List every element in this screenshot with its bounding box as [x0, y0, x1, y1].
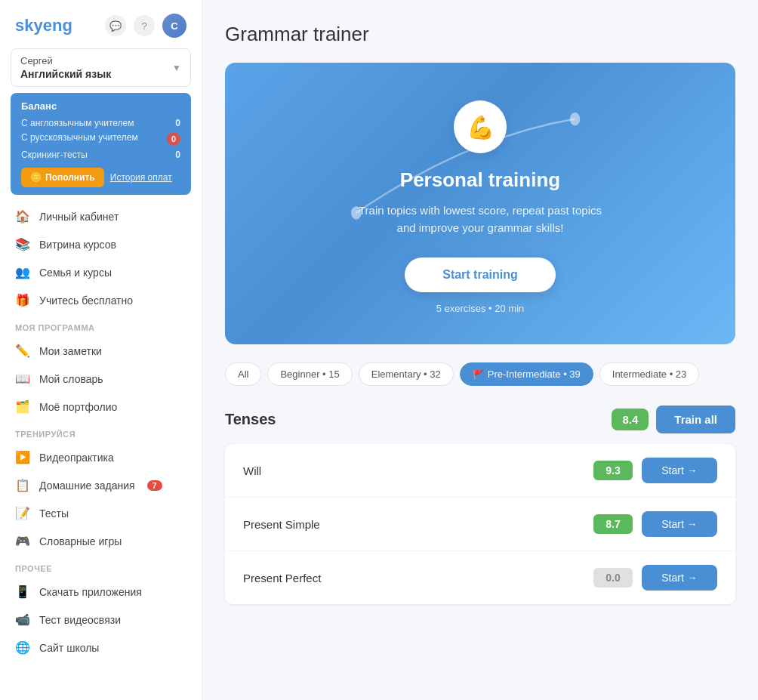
my-program-nav: ✏️ Мои заметки 📖 Мой словарь 🗂️ Моё порт…: [0, 337, 202, 421]
hero-subtitle-line2: and improve your grammar skills!: [397, 221, 564, 234]
replenish-label: Пополнить: [45, 172, 95, 183]
balance-value-screening: 0: [175, 150, 180, 160]
topic-name: Present Simple: [243, 518, 593, 531]
sidebar-item-dictionary[interactable]: 📖 Мой словарь: [0, 365, 202, 393]
start-topic-button[interactable]: Start →: [642, 565, 717, 591]
topic-right: 0.0 Start →: [593, 565, 717, 591]
balance-title: Баланс: [21, 100, 180, 112]
homework-icon: 📋: [15, 478, 30, 492]
balance-badge-russian: 0: [167, 132, 180, 146]
gift-icon: 🎁: [15, 293, 30, 307]
topic-score: 9.3: [593, 461, 633, 480]
table-row: Will 9.3 Start →: [225, 444, 735, 498]
sidebar-item-free[interactable]: 🎁 Учитесь бесплатно: [0, 286, 202, 314]
topics-table: Will 9.3 Start → Present Simple 8.7 Star…: [225, 444, 735, 604]
user-name: Сергей: [20, 55, 111, 66]
filter-pre-intermediate-label: Pre-Intermediate • 39: [488, 369, 581, 380]
sidebar-item-family[interactable]: 👥 Семья и курсы: [0, 258, 202, 286]
section-header-right: 8.4 Train all: [612, 406, 735, 433]
balance-row-screening: Скрининг-тесты 0: [21, 150, 180, 160]
sidebar-item-portfolio[interactable]: 🗂️ Моё портфолио: [0, 393, 202, 421]
sidebar: skyeng 💬 ? С Сергей Английский язык ▼ Ба…: [0, 0, 202, 700]
filter-intermediate[interactable]: Intermediate • 23: [599, 362, 700, 386]
user-course: Английский язык: [20, 68, 111, 80]
other-label: ПРОЧЕЕ: [0, 555, 202, 578]
hero-subtitle-line1: Train topics with lowest score, repeat p…: [359, 204, 602, 217]
filter-tabs: All Beginner • 15 Elementary • 32 🚩 Pre-…: [225, 362, 735, 386]
sidebar-item-label: Учитесь бесплатно: [39, 294, 133, 307]
homework-badge: 7: [147, 480, 162, 491]
balance-row-english: С англоязычным учителем 0: [21, 118, 180, 128]
sidebar-item-label: Витрина курсов: [39, 239, 116, 251]
start-topic-button[interactable]: Start →: [642, 458, 717, 483]
sidebar-item-label: Сайт школы: [39, 642, 99, 654]
page-title: Grammar trainer: [225, 23, 735, 46]
train-all-button[interactable]: Train all: [656, 406, 735, 433]
sidebar-item-label: Мой словарь: [39, 373, 103, 385]
muscle-icon: 💪: [467, 114, 495, 140]
balance-value-english: 0: [175, 118, 180, 128]
logo-sky: sky: [15, 16, 43, 35]
filter-pre-intermediate[interactable]: 🚩 Pre-Intermediate • 39: [460, 362, 593, 386]
topic-name: Present Perfect: [243, 572, 593, 584]
topic-score: 8.7: [593, 514, 633, 534]
family-icon: 👥: [15, 265, 30, 279]
balance-row-russian: С русскоязычным учителем 0: [21, 132, 180, 146]
sidebar-item-label: Семья и курсы: [39, 267, 112, 279]
sidebar-item-cabinet[interactable]: 🏠 Личный кабинет: [0, 202, 202, 230]
sidebar-item-homework[interactable]: 📋 Домашние задания 7: [0, 471, 202, 499]
user-selector[interactable]: Сергей Английский язык ▼: [11, 48, 191, 87]
balance-actions: 🪙 Пополнить История оплат: [21, 168, 180, 187]
filter-beginner[interactable]: Beginner • 15: [267, 362, 352, 386]
sidebar-item-courses[interactable]: 📚 Витрина курсов: [0, 230, 202, 258]
apps-icon: 📱: [15, 584, 30, 599]
notes-icon: ✏️: [15, 344, 30, 358]
help-icon[interactable]: ?: [134, 15, 155, 36]
topic-right: 8.7 Start →: [593, 511, 717, 537]
sidebar-item-videotest[interactable]: 📹 Тест видеосвязи: [0, 606, 202, 634]
replenish-button[interactable]: 🪙 Пополнить: [21, 168, 104, 187]
filter-elementary[interactable]: Elementary • 32: [359, 362, 454, 386]
sidebar-item-videopractice[interactable]: ▶️ Видеопрактика: [0, 443, 202, 471]
sidebar-item-label: Видеопрактика: [39, 452, 114, 464]
topic-name: Will: [243, 464, 593, 477]
home-icon: 🏠: [15, 209, 30, 224]
avatar[interactable]: С: [162, 14, 186, 38]
sidebar-item-label: Домашние задания: [39, 480, 135, 492]
sidebar-item-apps[interactable]: 📱 Скачать приложения: [0, 578, 202, 606]
table-row: Present Simple 8.7 Start →: [225, 498, 735, 551]
user-info: Сергей Английский язык: [20, 55, 111, 80]
sidebar-item-label: Словарные игры: [39, 535, 122, 547]
filter-all[interactable]: All: [225, 362, 261, 386]
school-icon: 🌐: [15, 640, 30, 655]
start-training-button[interactable]: Start training: [405, 257, 556, 292]
sidebar-item-wordgames[interactable]: 🎮 Словарные игры: [0, 527, 202, 555]
games-icon: 🎮: [15, 534, 30, 548]
hero-emoji: 💪: [454, 100, 507, 153]
sidebar-item-label: Моё портфолио: [39, 401, 117, 413]
coin-icon: 🪙: [30, 172, 42, 183]
sidebar-item-label: Тесты: [39, 507, 69, 520]
flag-icon: 🚩: [473, 369, 484, 380]
video-test-icon: 📹: [15, 612, 30, 627]
section-score-badge: 8.4: [612, 409, 649, 430]
sidebar-item-school[interactable]: 🌐 Сайт школы: [0, 634, 202, 661]
portfolio-icon: 🗂️: [15, 399, 30, 414]
sidebar-item-notes[interactable]: ✏️ Мои заметки: [0, 337, 202, 365]
dictionary-icon: 📖: [15, 372, 30, 386]
start-topic-button[interactable]: Start →: [642, 511, 717, 537]
balance-label-russian: С русскоязычным учителем: [21, 132, 138, 146]
payment-history-button[interactable]: История оплат: [110, 168, 172, 187]
video-practice-icon: ▶️: [15, 450, 30, 464]
chevron-down-icon: ▼: [172, 63, 181, 73]
sidebar-item-tests[interactable]: 📝 Тесты: [0, 499, 202, 527]
chat-icon[interactable]: 💬: [105, 15, 126, 36]
main-content: Grammar trainer 💪 Personal training Trai…: [202, 0, 758, 700]
other-nav: 📱 Скачать приложения 📹 Тест видеосвязи 🌐…: [0, 578, 202, 661]
hero-card: 💪 Personal training Train topics with lo…: [225, 63, 735, 344]
sidebar-item-label: Тест видеосвязи: [39, 614, 121, 626]
hero-title: Personal training: [248, 168, 713, 192]
tests-icon: 📝: [15, 506, 30, 520]
train-label: ТРЕНИРУЙСЯ: [0, 421, 202, 443]
balance-label-english: С англоязычным учителем: [21, 118, 134, 128]
